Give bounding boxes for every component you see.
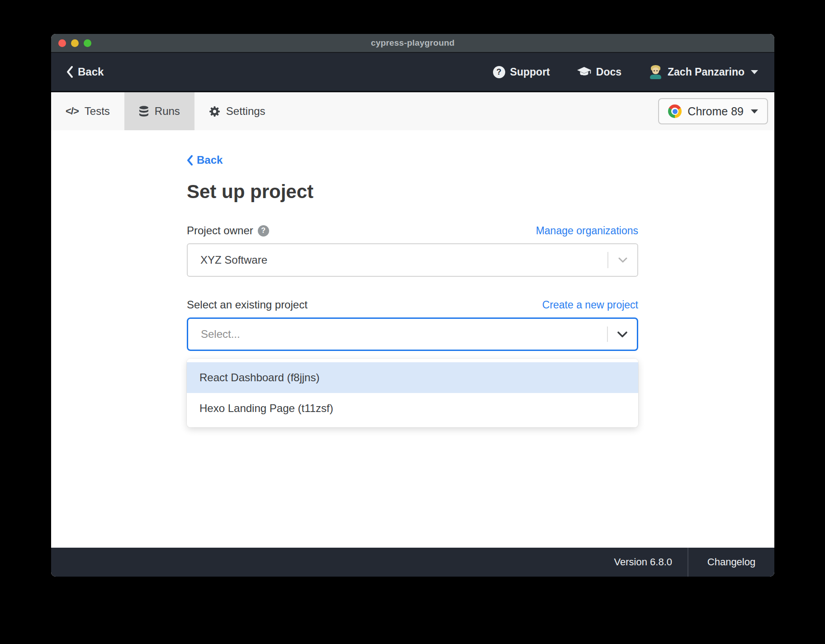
menu-option-react-dashboard[interactable]: React Dashboard (f8jjns) (187, 362, 638, 393)
header-back-button[interactable]: Back (66, 66, 104, 78)
tab-settings[interactable]: Settings (194, 92, 280, 130)
window-title: cypress-playground (51, 38, 774, 48)
help-icon[interactable]: ? (258, 225, 269, 237)
tab-runs[interactable]: Runs (124, 92, 194, 130)
graduation-cap-icon (577, 67, 591, 77)
browser-label: Chrome 89 (688, 105, 744, 118)
tab-runs-label: Runs (155, 105, 180, 118)
project-owner-value: XYZ Software (200, 254, 267, 266)
tab-tests[interactable]: </> Tests (51, 92, 124, 130)
tab-tests-label: Tests (85, 105, 110, 118)
user-menu[interactable]: Zach Panzarino (649, 65, 758, 79)
manage-organizations-link[interactable]: Manage organizations (536, 225, 638, 237)
back-link[interactable]: Back (187, 154, 638, 166)
app-header: Back ? Support Docs Z (51, 53, 774, 92)
tab-settings-label: Settings (226, 105, 266, 118)
header-back-label: Back (78, 66, 104, 78)
header-right: ? Support Docs Zach Panzarino (493, 65, 758, 79)
project-owner-select[interactable]: XYZ Software (187, 243, 638, 277)
chrome-icon (668, 104, 682, 118)
chevron-down-icon (618, 257, 627, 263)
gear-icon (209, 106, 220, 117)
version-label: Version 6.8.0 (614, 556, 688, 568)
docs-link[interactable]: Docs (577, 66, 621, 78)
browser-dropdown[interactable]: Chrome 89 (658, 98, 768, 124)
chevron-down-icon (617, 331, 627, 337)
project-options-menu: React Dashboard (f8jjns) Hexo Landing Pa… (187, 359, 638, 427)
user-avatar (649, 65, 663, 79)
chevron-down-icon (751, 109, 758, 114)
changelog-link[interactable]: Changelog (688, 556, 774, 568)
tab-bar: </> Tests Runs (51, 92, 774, 130)
user-name: Zach Panzarino (668, 66, 744, 78)
code-icon: </> (66, 105, 79, 117)
chevron-left-icon (187, 155, 193, 166)
docs-label: Docs (596, 66, 621, 78)
chevron-down-icon (751, 70, 758, 74)
app-footer: Version 6.8.0 Changelog (51, 548, 774, 577)
question-circle-icon: ? (493, 66, 505, 78)
support-link[interactable]: ? Support (493, 66, 550, 78)
app-window: cypress-playground Back ? Support Docs (51, 34, 774, 577)
project-owner-label: Project owner ? (187, 224, 269, 237)
existing-project-label: Select an existing project (187, 298, 308, 311)
back-link-label: Back (197, 154, 223, 166)
existing-project-select[interactable]: Select... (187, 317, 638, 351)
window-titlebar: cypress-playground (51, 34, 774, 53)
menu-option-hexo-landing-page[interactable]: Hexo Landing Page (t11zsf) (187, 393, 638, 424)
select-placeholder: Select... (201, 328, 240, 341)
create-new-project-link[interactable]: Create a new project (542, 299, 638, 311)
main-content: Back Set up project Project owner ? Mana… (51, 130, 774, 548)
database-icon (139, 106, 149, 117)
support-label: Support (510, 66, 550, 78)
page-title: Set up project (187, 181, 638, 203)
chevron-left-icon (66, 66, 73, 78)
